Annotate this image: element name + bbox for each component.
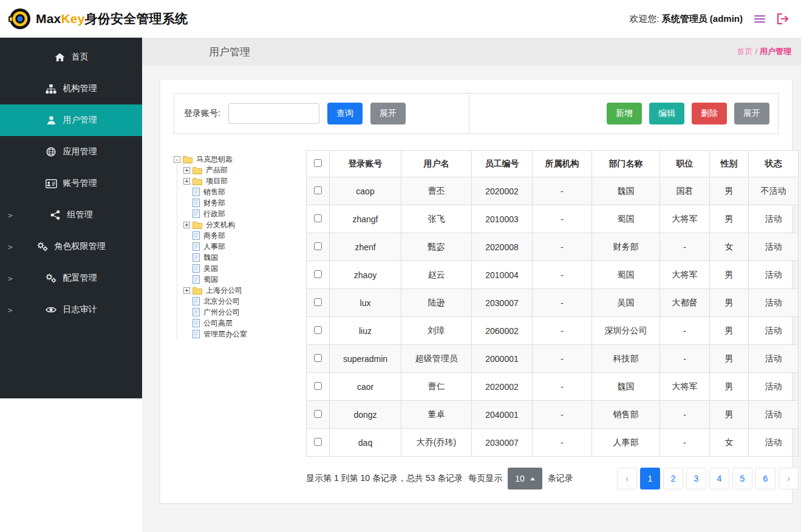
page-button-2[interactable]: 2 bbox=[663, 468, 683, 489]
tree-node-label[interactable]: 财务部 bbox=[202, 198, 227, 208]
column-header[interactable]: 部门名称 bbox=[592, 151, 660, 177]
next-page-button[interactable]: › bbox=[779, 468, 799, 489]
row-checkbox[interactable] bbox=[314, 410, 322, 418]
column-header[interactable]: 状态 bbox=[749, 151, 799, 177]
tree-node[interactable]: +分支机构 bbox=[183, 219, 298, 230]
row-checkbox[interactable] bbox=[314, 214, 322, 222]
table-row[interactable]: caop曹丕2020002-魏国国君男不活动 bbox=[307, 177, 799, 205]
menu-toggle-icon[interactable] bbox=[754, 14, 766, 24]
table-row[interactable]: dongz董卓2040001-销售部-男活动 bbox=[307, 401, 799, 429]
tree-node[interactable]: 管理层办公室 bbox=[183, 329, 298, 339]
sidebar-item-user[interactable]: 用户管理 bbox=[0, 104, 142, 136]
row-checkbox[interactable] bbox=[314, 326, 322, 334]
tree-node[interactable]: 吴国 bbox=[183, 263, 298, 274]
sidebar-item-role[interactable]: >角色权限管理 bbox=[0, 231, 142, 262]
tree-node[interactable]: +产品部 bbox=[183, 165, 298, 176]
tree-node-label[interactable]: 北京分公司 bbox=[202, 296, 241, 307]
sidebar-item-audit[interactable]: >日志审计 bbox=[0, 294, 142, 326]
sidebar-item-account[interactable]: 账号管理 bbox=[0, 168, 142, 199]
tree-node-label[interactable]: 销售部 bbox=[202, 187, 227, 197]
expand-actions-button[interactable]: 展开 bbox=[734, 103, 769, 124]
tree-node-label[interactable]: 产品部 bbox=[205, 165, 229, 176]
tree-node-label[interactable]: 马克思钥匙 bbox=[195, 154, 234, 165]
tree-node[interactable]: +项目部 bbox=[183, 176, 298, 186]
tree-node[interactable]: +上海分公司 bbox=[183, 285, 298, 296]
sidebar-item-home[interactable]: 首页 bbox=[0, 41, 142, 73]
expand-plus-icon[interactable]: + bbox=[183, 167, 190, 174]
row-checkbox[interactable] bbox=[314, 186, 322, 194]
tree-node[interactable]: 蜀国 bbox=[183, 274, 298, 285]
delete-button[interactable]: 删除 bbox=[692, 103, 727, 124]
table-row[interactable]: liuz刘璋2060002-深圳分公司-男活动 bbox=[307, 317, 799, 345]
table-row[interactable]: daq大乔(乔玮)2030007-人事部-女活动 bbox=[307, 429, 799, 457]
tree-node[interactable]: 商务部 bbox=[183, 230, 298, 241]
tree-node-label[interactable]: 分支机构 bbox=[205, 220, 236, 230]
table-row[interactable]: zhenf甄宓2020008-财务部-女活动 bbox=[307, 233, 799, 261]
tree-node[interactable]: 行政部 bbox=[183, 208, 298, 219]
expand-plus-icon[interactable]: + bbox=[183, 287, 190, 294]
tree-node[interactable]: 魏国 bbox=[183, 252, 298, 263]
prev-page-button[interactable]: ‹ bbox=[617, 468, 637, 489]
query-button[interactable]: 查询 bbox=[327, 103, 363, 124]
sidebar-item-org[interactable]: 机构管理 bbox=[0, 73, 142, 104]
column-header[interactable]: 职位 bbox=[660, 151, 710, 177]
page-button-4[interactable]: 4 bbox=[709, 468, 729, 489]
login-account-input[interactable] bbox=[228, 103, 319, 124]
page-button-5[interactable]: 5 bbox=[732, 468, 752, 489]
page-button-6[interactable]: 6 bbox=[755, 468, 775, 489]
add-button[interactable]: 新增 bbox=[607, 103, 642, 124]
table-row[interactable]: caor曹仁2020002-魏国大将军男活动 bbox=[307, 373, 799, 401]
sidebar-item-group[interactable]: >组管理 bbox=[0, 199, 142, 231]
page-button-1[interactable]: 1 bbox=[640, 468, 660, 489]
tree-node-label[interactable]: 公司高层 bbox=[202, 318, 234, 329]
sidebar-item-config[interactable]: >配置管理 bbox=[0, 262, 142, 294]
tree-node[interactable]: 广州分公司 bbox=[183, 307, 298, 318]
tree-node-root[interactable]: -马克思钥匙 bbox=[174, 154, 298, 165]
table-cell: 财务部 bbox=[592, 233, 660, 261]
column-header[interactable]: 登录账号 bbox=[330, 151, 401, 177]
table-cell: 蜀国 bbox=[592, 261, 660, 289]
tree-node-label[interactable]: 魏国 bbox=[202, 253, 219, 263]
column-header[interactable]: 性别 bbox=[710, 151, 749, 177]
table-row[interactable]: zhangf张飞2010003-蜀国大将军男活动 bbox=[307, 205, 799, 233]
tree-node-label[interactable]: 人事部 bbox=[202, 242, 227, 252]
table-row[interactable]: lux陆逊2030007-吴国大都督男活动 bbox=[307, 289, 799, 317]
logout-icon[interactable] bbox=[777, 13, 789, 24]
row-checkbox[interactable] bbox=[314, 354, 322, 362]
tree-node-label[interactable]: 吴国 bbox=[202, 264, 219, 274]
page-size-select[interactable]: 10 bbox=[508, 468, 542, 489]
select-all-checkbox[interactable] bbox=[314, 159, 322, 167]
tree-node[interactable]: 人事部 bbox=[183, 241, 298, 252]
row-checkbox[interactable] bbox=[314, 438, 322, 446]
edit-button[interactable]: 编辑 bbox=[649, 103, 684, 124]
row-checkbox[interactable] bbox=[314, 382, 322, 390]
tree-node[interactable]: 北京分公司 bbox=[183, 296, 298, 307]
tree-node[interactable]: 公司高层 bbox=[183, 318, 298, 329]
collapse-minus-icon[interactable]: - bbox=[174, 156, 180, 163]
tree-node-label[interactable]: 行政部 bbox=[202, 209, 227, 219]
column-header[interactable]: 用户名 bbox=[401, 151, 472, 177]
expand-plus-icon[interactable]: + bbox=[183, 222, 190, 228]
sidebar-item-label: 角色权限管理 bbox=[55, 241, 106, 252]
tree-node-label[interactable]: 上海分公司 bbox=[205, 285, 244, 296]
tree-node-label[interactable]: 管理层办公室 bbox=[202, 329, 248, 339]
tree-node[interactable]: 财务部 bbox=[183, 197, 298, 208]
expand-plus-icon[interactable]: + bbox=[183, 178, 190, 185]
column-header[interactable]: 员工编号 bbox=[472, 151, 533, 177]
column-header[interactable]: 所属机构 bbox=[533, 151, 592, 177]
sidebar-item-app[interactable]: 应用管理 bbox=[0, 136, 142, 168]
tree-node[interactable]: 销售部 bbox=[183, 186, 298, 197]
tree-node-label[interactable]: 项目部 bbox=[205, 176, 229, 186]
row-checkbox[interactable] bbox=[314, 242, 322, 250]
row-checkbox[interactable] bbox=[314, 298, 322, 306]
expand-search-button[interactable]: 展开 bbox=[370, 103, 406, 124]
tree-node-label[interactable]: 广州分公司 bbox=[202, 307, 241, 318]
tree-node-label[interactable]: 商务部 bbox=[202, 231, 227, 241]
breadcrumb-home[interactable]: 首页 bbox=[737, 47, 752, 56]
table-row[interactable]: zhaoy赵云2010004-蜀国大将军男活动 bbox=[307, 261, 799, 289]
tree-node-label[interactable]: 蜀国 bbox=[202, 275, 219, 285]
table-row[interactable]: superadmin超级管理员2000001-科技部-男活动 bbox=[307, 345, 799, 373]
sidebar-item-label: 应用管理 bbox=[63, 146, 97, 157]
page-button-3[interactable]: 3 bbox=[686, 468, 706, 489]
row-checkbox[interactable] bbox=[314, 270, 322, 278]
